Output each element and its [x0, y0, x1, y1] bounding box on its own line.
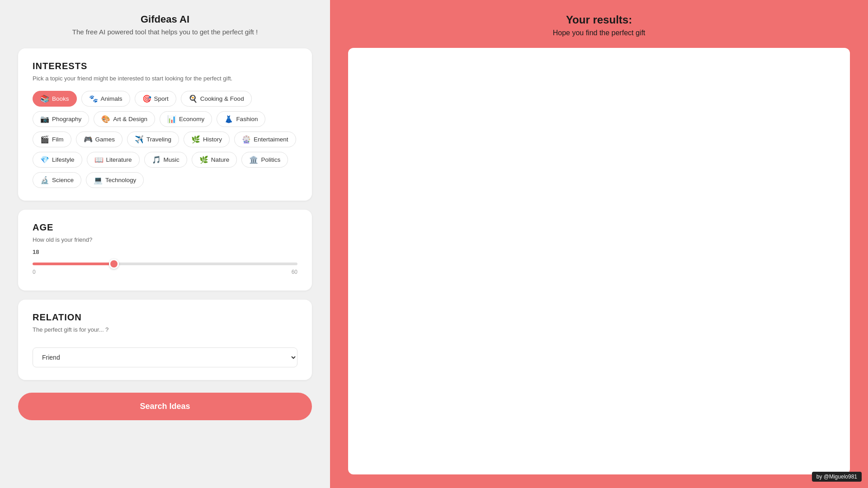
- tag-label-music: Music: [164, 156, 179, 163]
- tag-label-lifestyle: Lifestyle: [52, 156, 75, 163]
- tag-economy[interactable]: 📊Economy: [160, 111, 212, 127]
- tag-icon-fashion: 👗: [224, 115, 233, 123]
- slider-minmax: 0 60: [33, 269, 297, 275]
- interests-desc: Pick a topic your friend might be intere…: [33, 75, 297, 82]
- relation-title: RELATION: [33, 312, 297, 323]
- tag-entertainment[interactable]: 🎡Entertaiment: [234, 131, 296, 147]
- tag-icon-entertainment: 🎡: [242, 135, 251, 144]
- tag-nature[interactable]: 🌿Nature: [192, 152, 237, 168]
- tag-label-books: Books: [52, 95, 69, 102]
- tag-label-technology: Technology: [105, 177, 136, 183]
- right-panel: Your results: Hope you find the perfect …: [330, 0, 868, 488]
- tag-art[interactable]: 🎨Art & Design: [94, 111, 155, 127]
- interests-card: INTERESTS Pick a topic your friend might…: [18, 48, 312, 201]
- tag-label-traveling: Traveling: [146, 136, 171, 143]
- tag-technology[interactable]: 💻Technology: [86, 172, 144, 188]
- tag-label-economy: Economy: [179, 116, 204, 122]
- tag-icon-traveling: ✈️: [135, 135, 144, 144]
- tag-label-literature: Literature: [106, 156, 132, 163]
- watermark: by @Miguelo981: [812, 472, 862, 482]
- tag-icon-film: 🎬: [40, 135, 49, 144]
- results-title: Your results:: [566, 14, 632, 26]
- tag-label-history: History: [203, 136, 222, 143]
- tag-label-politics: Politics: [261, 156, 280, 163]
- tag-cooking[interactable]: 🍳Cooking & Food: [181, 91, 252, 107]
- tag-label-cooking: Cooking & Food: [200, 95, 244, 102]
- age-card: AGE How old is your friend? 18 0 60: [18, 210, 312, 291]
- relation-select[interactable]: FriendPartnerParentSiblingColleagueChild: [33, 347, 297, 367]
- tag-icon-literature: 📖: [94, 155, 104, 164]
- tag-icon-books: 📚: [40, 94, 49, 103]
- tag-label-science: Science: [52, 177, 74, 183]
- tag-icon-games: 🎮: [84, 135, 93, 144]
- tag-icon-lifestyle: 💎: [40, 155, 49, 164]
- tag-label-film: Film: [52, 136, 64, 143]
- tag-animals[interactable]: 🐾Animals: [81, 91, 130, 107]
- tag-games[interactable]: 🎮Games: [76, 131, 123, 147]
- tag-books[interactable]: 📚Books: [33, 91, 77, 107]
- relation-desc: The perfect gift is for your... ?: [33, 326, 297, 333]
- tag-icon-nature: 🌿: [199, 155, 208, 164]
- tag-label-sport: Sport: [154, 95, 169, 102]
- results-box: [348, 48, 850, 474]
- slider-container: 18 0 60: [33, 252, 297, 275]
- left-panel: Gifdeas AI The free AI powered tool that…: [0, 0, 330, 488]
- tag-lifestyle[interactable]: 💎Lifestyle: [33, 152, 82, 168]
- tag-literature[interactable]: 📖Literature: [87, 152, 140, 168]
- slider-max: 60: [292, 269, 297, 275]
- tag-photography[interactable]: 📷Phography: [33, 111, 89, 127]
- tag-icon-cooking: 🍳: [189, 94, 198, 103]
- tag-label-nature: Nature: [211, 156, 230, 163]
- tag-icon-history: 🌿: [191, 135, 200, 144]
- tag-icon-art: 🎨: [101, 115, 110, 123]
- tag-icon-music: 🎵: [152, 155, 161, 164]
- app-subtitle: The free AI powered tool that helps you …: [72, 28, 258, 36]
- slider-min: 0: [33, 269, 36, 275]
- tag-icon-economy: 📊: [167, 115, 176, 123]
- tag-label-fashion: Fashion: [236, 116, 258, 122]
- tag-icon-science: 🔬: [40, 176, 49, 184]
- results-subtitle: Hope you find the perfect gift: [553, 29, 646, 37]
- tag-icon-photography: 📷: [40, 115, 49, 123]
- tag-icon-politics: 🏛️: [249, 155, 258, 164]
- tag-icon-technology: 💻: [94, 176, 103, 184]
- age-desc: How old is your friend?: [33, 236, 297, 243]
- age-title: AGE: [33, 222, 297, 233]
- tags-container: 📚Books🐾Animals🎯Sport🍳Cooking & Food📷Phog…: [33, 91, 297, 188]
- tag-icon-animals: 🐾: [89, 94, 98, 103]
- tag-icon-sport: 🎯: [142, 94, 151, 103]
- tag-label-entertainment: Entertaiment: [254, 136, 288, 143]
- app-title: Gifdeas AI: [141, 14, 189, 25]
- tag-traveling[interactable]: ✈️Traveling: [127, 131, 179, 147]
- tag-film[interactable]: 🎬Film: [33, 131, 71, 147]
- interests-title: INTERESTS: [33, 61, 297, 71]
- tag-label-animals: Animals: [101, 95, 123, 102]
- search-button[interactable]: Search Ideas: [18, 393, 312, 420]
- tag-label-games: Games: [95, 136, 115, 143]
- tag-fashion[interactable]: 👗Fashion: [217, 111, 265, 127]
- age-slider[interactable]: [33, 263, 297, 265]
- tag-label-art: Art & Design: [113, 116, 147, 122]
- tag-sport[interactable]: 🎯Sport: [135, 91, 176, 107]
- tag-music[interactable]: 🎵Music: [144, 152, 187, 168]
- tag-label-photography: Phography: [52, 116, 81, 122]
- relation-card: RELATION The perfect gift is for your...…: [18, 300, 312, 380]
- tag-politics[interactable]: 🏛️Politics: [241, 152, 288, 168]
- tag-history[interactable]: 🌿History: [184, 131, 230, 147]
- age-value-label: 18: [33, 249, 297, 255]
- tag-science[interactable]: 🔬Science: [33, 172, 81, 188]
